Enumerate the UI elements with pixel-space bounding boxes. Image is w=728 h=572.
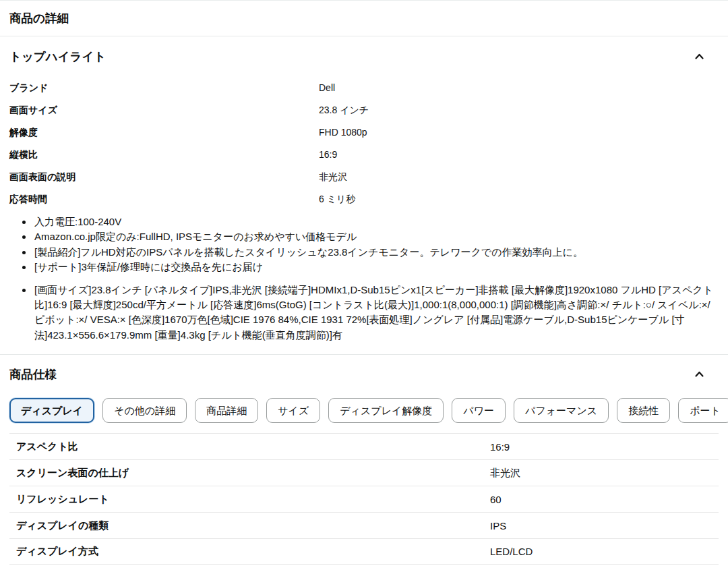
highlight-label: 画面表面の説明 [9,170,319,183]
table-row: ディスプレイの種類 IPS [9,512,719,538]
spec-label: スクリーン表面の仕上げ [16,467,490,480]
divider [0,354,728,355]
feature-bullet: [製品紹介]フルHD対応のIPSパネルを搭載したスタイリッシュな23.8インチモ… [33,245,719,260]
highlight-label: 画面サイズ [9,103,319,117]
spec-value: 60 [490,494,719,505]
product-specs-title: 商品仕様 [9,368,57,381]
highlight-label: 解像度 [9,125,319,139]
highlight-value: 16:9 [319,148,719,161]
table-row: ディスプレイ方式 LED/LCD [9,538,719,565]
top-highlights-header: トップハイライト [9,50,719,63]
tab-performance[interactable]: パフォーマンス [514,398,609,423]
highlight-row: ブランド Dell [9,81,719,94]
highlight-label: 応答時間 [9,192,319,206]
tab-display[interactable]: ディスプレイ [9,398,94,423]
tab-port[interactable]: ポート [678,398,728,423]
top-highlights-collapse-button[interactable] [692,50,706,63]
feature-bullet: [サポート]3年保証/修理時には交換品を先にお届け [33,260,719,275]
feature-bullet: Amazon.co.jp限定のみ:FullHD, IPSモニターのお求めやすい価… [33,229,719,244]
divider [0,36,728,36]
spec-table: アスペクト比 16:9 スクリーン表面の仕上げ 非光沢 リフレッシュレート 60… [9,433,719,565]
feature-bullet: [画面サイズ]23.8インチ [パネルタイプ]IPS,非光沢 [接続端子]HDM… [33,283,719,343]
highlight-value: 非光沢 [319,170,719,183]
product-specs-collapse-button[interactable] [692,368,706,381]
highlight-row: 解像度 FHD 1080p [9,125,719,139]
tab-size[interactable]: サイズ [266,398,320,423]
spec-value: 16:9 [490,441,719,453]
spec-value: LED/LCD [490,546,719,557]
tab-other-details[interactable]: その他の詳細 [102,398,187,423]
tab-power[interactable]: パワー [452,398,506,423]
tab-product-details[interactable]: 商品詳細 [195,398,258,423]
spec-label: アスペクト比 [16,440,490,453]
table-row: アスペクト比 16:9 [9,433,719,459]
highlight-value: 6 ミリ秒 [319,192,719,206]
table-row: スクリーン表面の仕上げ 非光沢 [9,459,719,486]
spec-value: 非光沢 [490,467,719,480]
spec-label: ディスプレイの種類 [16,519,490,532]
tab-connectivity[interactable]: 接続性 [617,398,670,423]
highlight-value: Dell [319,81,719,94]
tab-display-resolution[interactable]: ディスプレイ解像度 [328,398,444,423]
top-highlights-title: トップハイライト [9,50,106,63]
feature-bullet: 入力電圧:100-240V [33,214,719,229]
spec-label: ディスプレイ方式 [16,545,490,558]
chevron-up-icon [694,54,705,64]
table-row: リフレッシュレート 60 [9,486,719,512]
highlight-row: 画面サイズ 23.8 インチ [9,103,719,117]
spec-value: IPS [490,520,719,532]
highlights-list: ブランド Dell 画面サイズ 23.8 インチ 解像度 FHD 1080p 縦… [9,81,719,206]
highlight-row: 画面表面の説明 非光沢 [9,170,719,183]
product-details-section: 商品の詳細 トップハイライト ブランド Dell 画面サイズ 23.8 インチ … [0,0,728,565]
highlight-value: 23.8 インチ [319,103,719,117]
highlight-row: 縦横比 16:9 [9,148,719,161]
spec-label: リフレッシュレート [16,493,490,506]
chevron-up-icon [694,372,705,382]
feature-bullet-list: 入力電圧:100-240V Amazon.co.jp限定のみ:FullHD, I… [9,214,719,343]
highlight-label: ブランド [9,81,319,94]
product-specs-header: 商品仕様 [9,368,719,381]
highlight-row: 応答時間 6 ミリ秒 [9,192,719,206]
highlight-value: FHD 1080p [319,125,719,139]
page-title: 商品の詳細 [9,11,719,26]
highlight-label: 縦横比 [9,148,319,161]
spec-category-tabs: ディスプレイ その他の詳細 商品詳細 サイズ ディスプレイ解像度 パワー パフォ… [9,398,719,423]
